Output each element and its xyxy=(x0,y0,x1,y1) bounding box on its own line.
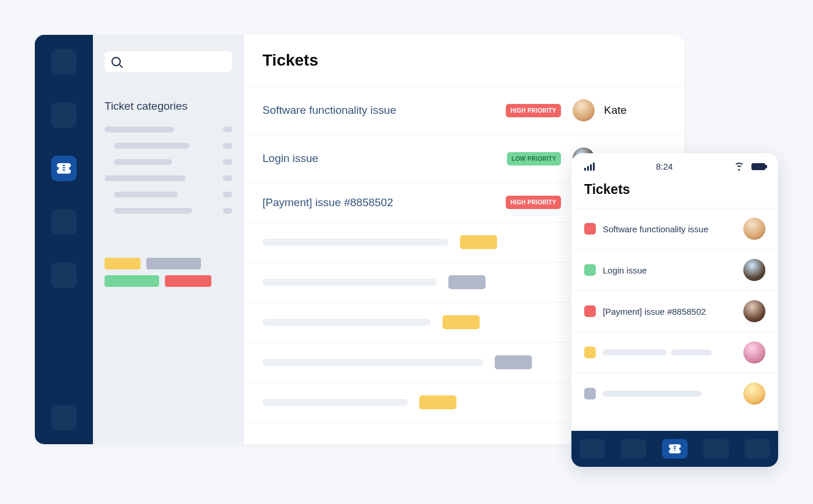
avatar xyxy=(743,218,765,240)
clock: 8:24 xyxy=(656,161,672,171)
item-title: [Payment] issue #8858502 xyxy=(603,307,736,316)
nav-item-5[interactable] xyxy=(51,262,77,288)
ticket-icon xyxy=(57,163,71,174)
priority-chip xyxy=(584,388,596,399)
skeleton-badge xyxy=(495,355,532,369)
item-title: Software functionality issue xyxy=(603,224,736,234)
tag-green[interactable] xyxy=(105,275,159,287)
avatar xyxy=(743,259,765,281)
skeleton-text xyxy=(262,239,448,246)
skeleton-badge xyxy=(460,235,497,249)
priority-chip xyxy=(584,305,596,317)
skeleton-badge xyxy=(419,395,456,409)
category-item[interactable] xyxy=(105,159,232,165)
navigation-rail xyxy=(35,35,93,444)
mobile-nav-item[interactable] xyxy=(621,439,646,459)
mobile-bottom-nav xyxy=(571,431,778,467)
search-icon xyxy=(111,57,121,66)
mobile-window: 8:24 Tickets Software functionality issu… xyxy=(571,153,778,467)
skeleton-badge xyxy=(448,275,485,289)
assignee: Kate xyxy=(573,99,665,121)
search-input[interactable] xyxy=(105,51,232,72)
priority-chip xyxy=(584,347,596,358)
category-item[interactable] xyxy=(105,175,232,181)
skeleton-text xyxy=(262,359,483,366)
avatar xyxy=(573,99,595,121)
tag-filters xyxy=(105,258,232,287)
skeleton-text xyxy=(262,319,431,326)
assignee-name: Kate xyxy=(604,104,627,117)
mobile-nav-item[interactable] xyxy=(744,439,770,459)
mobile-nav-item[interactable] xyxy=(703,439,729,459)
avatar xyxy=(743,341,765,363)
list-item[interactable]: Software functionality issue xyxy=(571,208,778,249)
priority-chip xyxy=(584,223,596,235)
category-item[interactable] xyxy=(105,127,232,132)
item-title: Login issue xyxy=(603,265,736,275)
mobile-title: Tickets xyxy=(584,182,765,197)
ticket-icon xyxy=(669,444,681,453)
tag-gray[interactable] xyxy=(146,258,201,269)
skeleton-text xyxy=(262,279,437,286)
avatar xyxy=(743,383,765,405)
tag-yellow[interactable] xyxy=(105,258,141,269)
mobile-header: Tickets xyxy=(571,177,778,208)
skeleton-badge xyxy=(443,315,480,329)
ticket-title: Software functionality issue xyxy=(262,104,494,117)
signal-icon xyxy=(584,163,595,171)
category-item[interactable] xyxy=(105,143,232,149)
priority-badge: LOW PRIORITY xyxy=(507,152,561,165)
list-item[interactable] xyxy=(571,332,778,373)
main-header: Tickets xyxy=(244,35,684,86)
ticket-title: Login issue xyxy=(262,152,495,165)
priority-badge: HIGH PRIORITY xyxy=(506,104,561,117)
priority-badge: HIGH PRIORITY xyxy=(506,196,561,209)
skeleton-text xyxy=(262,399,408,406)
avatar xyxy=(743,300,765,322)
nav-item-bottom[interactable] xyxy=(51,405,77,430)
nav-item-2[interactable] xyxy=(51,102,77,128)
list-item[interactable] xyxy=(571,373,778,414)
battery-icon xyxy=(751,163,765,170)
mobile-nav-item-tickets[interactable] xyxy=(662,439,688,459)
nav-item-1[interactable] xyxy=(51,49,77,74)
status-bar: 8:24 xyxy=(571,153,778,177)
mobile-nav-item[interactable] xyxy=(580,439,605,459)
ticket-row[interactable]: Software functionality issue HIGH PRIORI… xyxy=(244,86,684,134)
nav-item-4[interactable] xyxy=(51,209,77,235)
page-title: Tickets xyxy=(262,51,665,70)
category-item[interactable] xyxy=(105,192,232,197)
category-item[interactable] xyxy=(105,208,232,214)
priority-chip xyxy=(584,264,596,276)
list-item[interactable]: [Payment] issue #8858502 xyxy=(571,290,778,332)
tag-red[interactable] xyxy=(165,275,211,287)
nav-item-tickets[interactable] xyxy=(51,156,77,181)
sidebar: Ticket categories xyxy=(93,35,244,444)
list-item[interactable]: Login issue xyxy=(571,249,778,290)
categories-header: Ticket categories xyxy=(105,100,232,113)
wifi-icon xyxy=(734,163,744,171)
ticket-title: [Payment] issue #8858502 xyxy=(262,196,494,209)
